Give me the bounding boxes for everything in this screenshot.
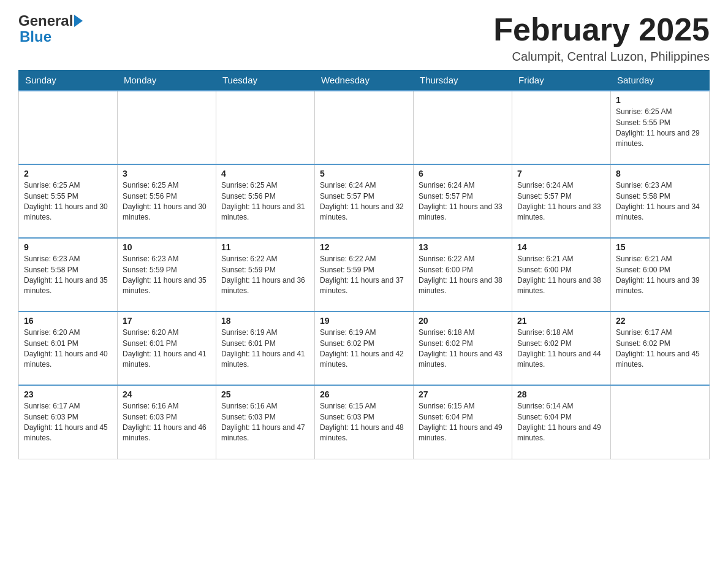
- table-row: 25Sunrise: 6:16 AM Sunset: 6:03 PM Dayli…: [216, 385, 315, 459]
- day-number: 10: [123, 242, 211, 252]
- table-row: [414, 91, 512, 164]
- table-row: 11Sunrise: 6:22 AM Sunset: 5:59 PM Dayli…: [216, 238, 315, 312]
- table-row: 22Sunrise: 6:17 AM Sunset: 6:02 PM Dayli…: [611, 312, 710, 385]
- title-block: February 2025 Calumpit, Central Luzon, P…: [493, 12, 710, 64]
- calendar-week-row: 23Sunrise: 6:17 AM Sunset: 6:03 PM Dayli…: [19, 385, 710, 459]
- table-row: 20Sunrise: 6:18 AM Sunset: 6:02 PM Dayli…: [414, 312, 512, 385]
- day-number: 25: [221, 389, 309, 399]
- day-number: 14: [517, 242, 605, 252]
- table-row: 4Sunrise: 6:25 AM Sunset: 5:56 PM Daylig…: [216, 164, 315, 238]
- col-wednesday: Wednesday: [315, 70, 414, 91]
- table-row: 21Sunrise: 6:18 AM Sunset: 6:02 PM Dayli…: [512, 312, 611, 385]
- day-number: 2: [24, 169, 112, 178]
- day-number: 20: [419, 316, 507, 326]
- day-info: Sunrise: 6:15 AM Sunset: 6:03 PM Dayligh…: [320, 401, 408, 444]
- table-row: 16Sunrise: 6:20 AM Sunset: 6:01 PM Dayli…: [19, 312, 118, 385]
- day-info: Sunrise: 6:19 AM Sunset: 6:02 PM Dayligh…: [320, 327, 408, 370]
- day-number: 15: [616, 242, 704, 252]
- table-row: 9Sunrise: 6:23 AM Sunset: 5:58 PM Daylig…: [19, 238, 118, 312]
- table-row: 7Sunrise: 6:24 AM Sunset: 5:57 PM Daylig…: [512, 164, 611, 238]
- day-number: 22: [616, 316, 704, 326]
- day-number: 17: [123, 316, 211, 326]
- table-row: 27Sunrise: 6:15 AM Sunset: 6:04 PM Dayli…: [414, 385, 512, 459]
- calendar-table: Sunday Monday Tuesday Wednesday Thursday…: [18, 70, 710, 459]
- day-info: Sunrise: 6:16 AM Sunset: 6:03 PM Dayligh…: [123, 401, 211, 444]
- table-row: 23Sunrise: 6:17 AM Sunset: 6:03 PM Dayli…: [19, 385, 118, 459]
- day-info: Sunrise: 6:22 AM Sunset: 5:59 PM Dayligh…: [221, 254, 309, 297]
- table-row: 13Sunrise: 6:22 AM Sunset: 6:00 PM Dayli…: [414, 238, 512, 312]
- table-row: 26Sunrise: 6:15 AM Sunset: 6:03 PM Dayli…: [315, 385, 414, 459]
- day-info: Sunrise: 6:25 AM Sunset: 5:56 PM Dayligh…: [221, 180, 309, 223]
- day-number: 1: [616, 95, 704, 105]
- day-info: Sunrise: 6:20 AM Sunset: 6:01 PM Dayligh…: [123, 327, 211, 370]
- day-number: 3: [123, 169, 211, 178]
- day-number: 16: [24, 316, 112, 326]
- day-number: 26: [320, 389, 408, 399]
- table-row: 3Sunrise: 6:25 AM Sunset: 5:56 PM Daylig…: [118, 164, 216, 238]
- day-number: 21: [517, 316, 605, 326]
- day-number: 23: [24, 389, 112, 399]
- day-number: 6: [419, 169, 507, 178]
- calendar-week-row: 9Sunrise: 6:23 AM Sunset: 5:58 PM Daylig…: [19, 238, 710, 312]
- day-info: Sunrise: 6:17 AM Sunset: 6:03 PM Dayligh…: [24, 401, 112, 444]
- day-number: 12: [320, 242, 408, 252]
- table-row: 24Sunrise: 6:16 AM Sunset: 6:03 PM Dayli…: [118, 385, 216, 459]
- table-row: 14Sunrise: 6:21 AM Sunset: 6:00 PM Dayli…: [512, 238, 611, 312]
- table-row: 10Sunrise: 6:23 AM Sunset: 5:59 PM Dayli…: [118, 238, 216, 312]
- day-info: Sunrise: 6:21 AM Sunset: 6:00 PM Dayligh…: [517, 254, 605, 297]
- day-info: Sunrise: 6:22 AM Sunset: 5:59 PM Dayligh…: [320, 254, 408, 297]
- table-row: [19, 91, 118, 164]
- logo-triangle-icon: [74, 15, 83, 27]
- month-title: February 2025: [493, 12, 710, 47]
- day-info: Sunrise: 6:18 AM Sunset: 6:02 PM Dayligh…: [419, 327, 507, 370]
- day-info: Sunrise: 6:24 AM Sunset: 5:57 PM Dayligh…: [320, 180, 408, 223]
- day-info: Sunrise: 6:14 AM Sunset: 6:04 PM Dayligh…: [517, 401, 605, 444]
- table-row: [512, 91, 611, 164]
- logo-blue-text: Blue: [20, 28, 51, 45]
- day-number: 5: [320, 169, 408, 178]
- table-row: 17Sunrise: 6:20 AM Sunset: 6:01 PM Dayli…: [118, 312, 216, 385]
- day-info: Sunrise: 6:23 AM Sunset: 5:58 PM Dayligh…: [616, 180, 704, 223]
- day-info: Sunrise: 6:23 AM Sunset: 5:58 PM Dayligh…: [24, 254, 112, 297]
- table-row: 8Sunrise: 6:23 AM Sunset: 5:58 PM Daylig…: [611, 164, 710, 238]
- day-info: Sunrise: 6:16 AM Sunset: 6:03 PM Dayligh…: [221, 401, 309, 444]
- col-thursday: Thursday: [414, 70, 512, 91]
- calendar-week-row: 1Sunrise: 6:25 AM Sunset: 5:55 PM Daylig…: [19, 91, 710, 164]
- table-row: [611, 385, 710, 459]
- day-info: Sunrise: 6:19 AM Sunset: 6:01 PM Dayligh…: [221, 327, 309, 370]
- day-info: Sunrise: 6:23 AM Sunset: 5:59 PM Dayligh…: [123, 254, 211, 297]
- logo: General Blue: [18, 12, 83, 45]
- calendar-week-row: 16Sunrise: 6:20 AM Sunset: 6:01 PM Dayli…: [19, 312, 710, 385]
- day-info: Sunrise: 6:24 AM Sunset: 5:57 PM Dayligh…: [517, 180, 605, 223]
- calendar-header-row: Sunday Monday Tuesday Wednesday Thursday…: [19, 70, 710, 91]
- day-info: Sunrise: 6:21 AM Sunset: 6:00 PM Dayligh…: [616, 254, 704, 297]
- day-number: 8: [616, 169, 704, 178]
- table-row: [315, 91, 414, 164]
- day-number: 13: [419, 242, 507, 252]
- col-sunday: Sunday: [19, 70, 118, 91]
- day-info: Sunrise: 6:25 AM Sunset: 5:55 PM Dayligh…: [24, 180, 112, 223]
- day-number: 11: [221, 242, 309, 252]
- day-number: 4: [221, 169, 309, 178]
- page-header: General Blue February 2025 Calumpit, Cen…: [18, 12, 710, 64]
- col-saturday: Saturday: [611, 70, 710, 91]
- day-number: 9: [24, 242, 112, 252]
- table-row: 12Sunrise: 6:22 AM Sunset: 5:59 PM Dayli…: [315, 238, 414, 312]
- day-number: 18: [221, 316, 309, 326]
- day-info: Sunrise: 6:24 AM Sunset: 5:57 PM Dayligh…: [419, 180, 507, 223]
- day-info: Sunrise: 6:15 AM Sunset: 6:04 PM Dayligh…: [419, 401, 507, 444]
- day-info: Sunrise: 6:22 AM Sunset: 6:00 PM Dayligh…: [419, 254, 507, 297]
- day-number: 27: [419, 389, 507, 399]
- day-info: Sunrise: 6:25 AM Sunset: 5:56 PM Dayligh…: [123, 180, 211, 223]
- day-number: 7: [517, 169, 605, 178]
- col-friday: Friday: [512, 70, 611, 91]
- table-row: 5Sunrise: 6:24 AM Sunset: 5:57 PM Daylig…: [315, 164, 414, 238]
- table-row: 18Sunrise: 6:19 AM Sunset: 6:01 PM Dayli…: [216, 312, 315, 385]
- table-row: 6Sunrise: 6:24 AM Sunset: 5:57 PM Daylig…: [414, 164, 512, 238]
- day-info: Sunrise: 6:25 AM Sunset: 5:55 PM Dayligh…: [616, 107, 704, 150]
- calendar-week-row: 2Sunrise: 6:25 AM Sunset: 5:55 PM Daylig…: [19, 164, 710, 238]
- table-row: 28Sunrise: 6:14 AM Sunset: 6:04 PM Dayli…: [512, 385, 611, 459]
- table-row: 19Sunrise: 6:19 AM Sunset: 6:02 PM Dayli…: [315, 312, 414, 385]
- col-monday: Monday: [118, 70, 216, 91]
- table-row: [118, 91, 216, 164]
